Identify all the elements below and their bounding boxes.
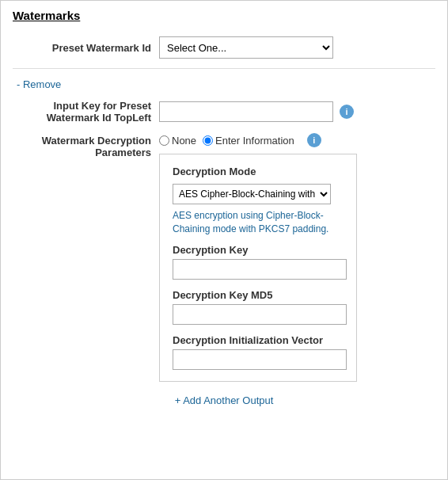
input-key-row: Input Key for Preset Watermark Id TopLef… [13,100,435,124]
decryption-mode-select[interactable]: AES Cipher-Block-Chaining with PKC... [173,184,331,204]
decryption-mode-title: Decryption Mode [173,166,344,177]
preset-watermark-row: Preset Watermark Id Select One... [13,36,435,59]
watermark-decryption-label: Watermark Decryption Parameters [13,133,159,158]
watermark-decryption-info-icon[interactable]: i [307,133,321,147]
separator [13,68,435,69]
preset-watermark-control: Select One... [159,36,435,59]
input-key-field[interactable] [159,101,333,122]
page-title: Watermarks [13,9,435,22]
input-key-label: Input Key for Preset Watermark Id TopLef… [13,100,159,124]
decryption-iv-label: Decryption Initialization Vector [173,334,344,346]
radio-none[interactable] [159,135,169,146]
radio-enter-label[interactable]: Enter Information [203,135,294,147]
radio-enter-text: Enter Information [215,135,294,147]
radio-none-text: None [172,135,196,147]
decryption-key-md5-label: Decryption Key MD5 [173,289,344,301]
watermark-decryption-row: Watermark Decryption Parameters None Ent… [13,133,435,382]
remove-link[interactable]: - Remove [17,78,435,90]
decryption-box: Decryption Mode AES Cipher-Block-Chainin… [159,154,357,382]
decryption-iv-input[interactable] [173,349,347,370]
radio-group: None Enter Information i [159,133,357,147]
radio-enter[interactable] [203,135,213,146]
input-key-control: i [159,101,435,122]
radio-none-label[interactable]: None [159,135,196,147]
watermark-decryption-control: None Enter Information i Decryption Mode… [159,133,357,382]
decryption-mode-select-wrap: AES Cipher-Block-Chaining with PKC... [173,184,344,204]
decryption-key-input[interactable] [173,259,347,280]
decryption-key-label: Decryption Key [173,244,344,256]
input-key-info-icon[interactable]: i [340,105,354,119]
add-output-link[interactable]: + Add Another Output [13,394,435,406]
preset-watermark-label: Preset Watermark Id [13,42,159,54]
preset-watermark-select[interactable]: Select One... [159,36,333,59]
decryption-description: AES encryption using Cipher-Block-Chaini… [173,209,344,236]
decryption-key-md5-input[interactable] [173,304,347,325]
